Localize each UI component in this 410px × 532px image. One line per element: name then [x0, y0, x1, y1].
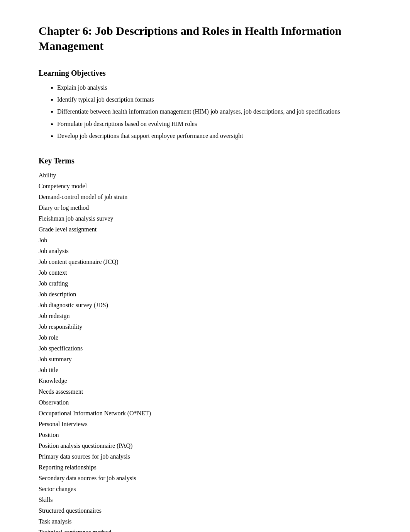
key-term-item: Primary data sources for job analysis: [39, 451, 379, 462]
key-term-item: Ability: [39, 170, 379, 181]
key-term-item: Job role: [39, 332, 379, 343]
key-term-item: Job specifications: [39, 343, 379, 354]
key-term-item: Job context: [39, 267, 379, 278]
key-term-item: Knowledge: [39, 376, 379, 386]
key-term-item: Position analysis questionnaire (PAQ): [39, 440, 379, 451]
key-term-item: Demand-control model of job strain: [39, 192, 379, 202]
key-term-item: Observation: [39, 397, 379, 408]
key-term-item: Job analysis: [39, 246, 379, 257]
key-term-item: Secondary data sources for job analysis: [39, 473, 379, 484]
learning-objective-item: Identify typical job description formats: [57, 94, 379, 105]
key-term-item: Technical conference method: [39, 527, 379, 532]
key-term-item: Job diagnostic survey (JDS): [39, 300, 379, 311]
key-term-item: Diary or log method: [39, 202, 379, 213]
key-term-item: Job content questionnaire (JCQ): [39, 257, 379, 267]
key-term-item: Reporting relationships: [39, 462, 379, 473]
key-terms-list: AbilityCompetency modelDemand-control mo…: [39, 170, 379, 532]
learning-objectives-section: Learning Objectives Explain job analysis…: [39, 69, 379, 141]
key-term-item: Task analysis: [39, 516, 379, 527]
key-term-item: Job description: [39, 289, 379, 300]
learning-objective-item: Develop job descriptions that support em…: [57, 131, 379, 141]
learning-objective-item: Explain job analysis: [57, 82, 379, 93]
key-term-item: Job title: [39, 365, 379, 376]
key-term-item: Occupational Information Network (O*NET): [39, 408, 379, 419]
key-term-item: Grade level assignment: [39, 224, 379, 235]
key-terms-section: Key Terms AbilityCompetency modelDemand-…: [39, 156, 379, 532]
key-terms-title: Key Terms: [39, 156, 379, 165]
learning-objective-item: Formulate job descriptions based on evol…: [57, 119, 379, 129]
key-term-item: Personal Interviews: [39, 419, 379, 430]
key-term-item: Job responsibility: [39, 321, 379, 332]
chapter-title: Chapter 6: Job Descriptions and Roles in…: [39, 23, 379, 53]
key-term-item: Competency model: [39, 181, 379, 192]
key-term-item: Skills: [39, 495, 379, 505]
learning-objectives-list: Explain job analysisIdentify typical job…: [39, 82, 379, 141]
key-term-item: Position: [39, 430, 379, 440]
key-term-item: Job crafting: [39, 278, 379, 289]
learning-objectives-title: Learning Objectives: [39, 69, 379, 78]
key-term-item: Job: [39, 235, 379, 246]
learning-objective-item: Differentiate between health information…: [57, 106, 379, 117]
key-term-item: Job summary: [39, 354, 379, 365]
key-term-item: Structured questionnaires: [39, 505, 379, 516]
key-term-item: Sector changes: [39, 484, 379, 495]
key-term-item: Fleishman job analysis survey: [39, 213, 379, 224]
key-term-item: Job redesign: [39, 311, 379, 321]
key-term-item: Needs assessment: [39, 386, 379, 397]
